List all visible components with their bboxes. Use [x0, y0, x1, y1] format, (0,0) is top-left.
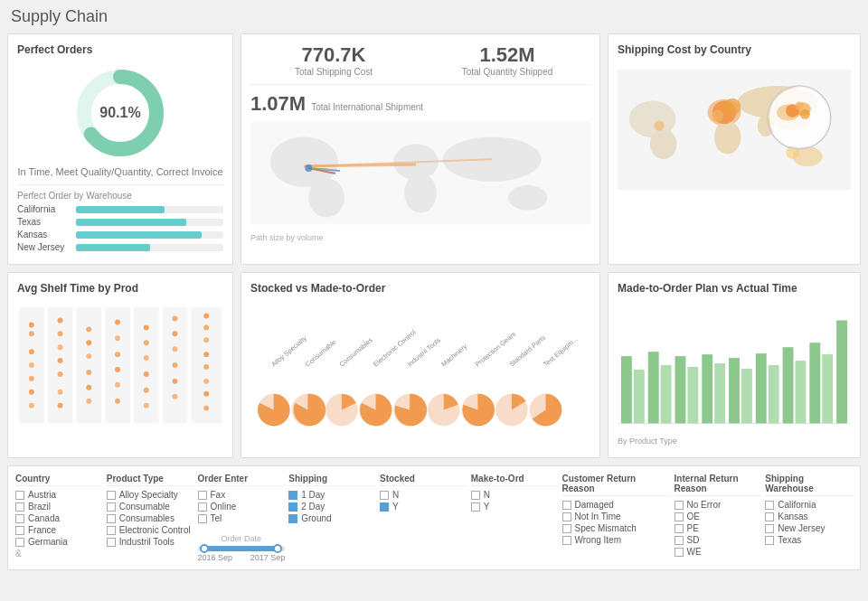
filter-group-shipping-warehouse: Shipping Warehouse California Kansas New… [765, 474, 853, 562]
checkbox-germania[interactable] [15, 538, 24, 547]
filter-item-consumable[interactable]: Consumable [107, 502, 194, 512]
filter-item-sd[interactable]: SD [675, 535, 762, 545]
checkbox-electronic[interactable] [107, 526, 116, 535]
filter-item-canada[interactable]: Canada [15, 513, 103, 523]
checkbox-spec-mismatch[interactable] [562, 524, 571, 533]
checkbox-we[interactable] [675, 548, 684, 557]
world-choropleth-svg [618, 63, 851, 190]
checkbox-sd[interactable] [675, 536, 684, 545]
filter-item-spec-mismatch[interactable]: Spec Mismatch [562, 523, 671, 533]
filter-item-alloy[interactable]: Alloy Specialty [107, 490, 194, 500]
checkbox-stocked-n[interactable] [380, 491, 389, 500]
filter-item-ground[interactable]: Ground [288, 513, 376, 523]
mto-bar-chart [618, 302, 851, 433]
checkbox-alloy[interactable] [107, 491, 116, 500]
label-france: France [28, 525, 56, 535]
checkbox-fax[interactable] [198, 491, 207, 500]
filter-item-not-in-time[interactable]: Not In Time [562, 512, 671, 521]
filter-item-sw-texas[interactable]: Texas [765, 535, 853, 545]
svg-point-64 [86, 399, 91, 404]
filter-item-industril[interactable]: Industril Tools [107, 537, 194, 547]
filter-item-damaged[interactable]: Damaged [562, 500, 671, 510]
svg-point-79 [172, 346, 177, 352]
stat-total-qty-shipped: 1.52M Total Quantity Shipped [424, 43, 590, 77]
page: Supply Chain Perfect Orders 90.1% In Tim… [0, 0, 868, 601]
filter-item-no-error[interactable]: No Error [675, 500, 762, 510]
filter-item-we[interactable]: WE [675, 547, 762, 557]
filter-item-1day[interactable]: 1 Day [288, 490, 376, 500]
label-no-error: No Error [687, 500, 722, 510]
svg-point-37 [795, 101, 803, 109]
dashboard-grid: Perfect Orders 90.1% In Time, Meet Quali… [7, 33, 861, 458]
svg-point-5 [308, 178, 344, 218]
slider-thumb-right[interactable] [273, 544, 282, 553]
checkbox-sw-kansas[interactable] [765, 512, 774, 521]
filter-item-electronic[interactable]: Electronic Control [107, 525, 194, 535]
filter-item-oe[interactable]: OE [675, 512, 762, 521]
checkbox-france[interactable] [15, 526, 24, 535]
svg-point-77 [172, 316, 177, 322]
checkbox-tel[interactable] [198, 514, 207, 523]
mto-plan-vs-actual-card: Made-to-Order Plan vs Actual Time [608, 272, 861, 458]
filter-item-france[interactable]: France [15, 525, 103, 535]
checkbox-oe[interactable] [675, 512, 684, 521]
checkbox-wrong-item[interactable] [562, 536, 571, 545]
filter-item-stocked-n[interactable]: N [380, 490, 467, 500]
stocked-vs-mto-card: Stocked vs Made-to-Order Alloy Specialty… [241, 272, 600, 458]
svg-point-59 [86, 326, 91, 332]
warehouse-bar-texas [76, 219, 186, 226]
checkbox-not-in-time[interactable] [562, 512, 571, 521]
checkbox-austria[interactable] [15, 491, 24, 500]
filter-item-2day[interactable]: 2 Day [288, 502, 376, 512]
filter-item-pe[interactable]: PE [675, 523, 762, 533]
checkbox-2day[interactable] [288, 502, 297, 512]
checkbox-sw-texas[interactable] [765, 536, 774, 545]
checkbox-consumable[interactable] [107, 502, 116, 512]
date-slider-track[interactable] [198, 546, 286, 551]
filter-item-germania[interactable]: Germania [15, 537, 103, 547]
svg-point-88 [203, 379, 209, 384]
filter-item-consumables[interactable]: Consumables [107, 513, 194, 523]
svg-point-7 [404, 174, 437, 213]
donut-label: In Time, Meet Quality/Quantity, Correct … [17, 166, 222, 177]
filter-group-customer-return: Customer Return Reason Damaged Not In Ti… [562, 474, 671, 562]
checkbox-brazil[interactable] [15, 502, 24, 512]
filter-item-online[interactable]: Online [198, 502, 286, 512]
checkbox-pe[interactable] [675, 524, 684, 533]
svg-rect-121 [783, 347, 794, 423]
label-austria: Austria [28, 490, 56, 500]
svg-rect-114 [687, 367, 698, 424]
checkbox-online[interactable] [198, 502, 207, 512]
svg-point-70 [115, 399, 120, 404]
checkbox-industril[interactable] [107, 538, 116, 547]
filter-item-sw-kansas[interactable]: Kansas [765, 512, 853, 521]
filter-item-fax[interactable]: Fax [198, 490, 286, 500]
filter-item-mto-y[interactable]: Y [471, 502, 559, 512]
label-alloy: Alloy Specialty [119, 490, 178, 500]
checkbox-sw-newjersey[interactable] [765, 524, 774, 533]
filter-item-tel[interactable]: Tel [198, 513, 286, 523]
checkbox-stocked-y[interactable] [380, 502, 389, 512]
svg-point-55 [58, 358, 63, 363]
filter-item-sw-newjersey[interactable]: New Jersey [765, 523, 853, 533]
filter-item-stocked-y[interactable]: Y [380, 502, 467, 512]
filter-item-brazil[interactable]: Brazil [15, 502, 103, 512]
checkbox-damaged[interactable] [562, 501, 571, 510]
checkbox-sw-california[interactable] [765, 501, 774, 510]
checkbox-1day[interactable] [288, 491, 297, 500]
filter-item-sw-california[interactable]: California [765, 500, 853, 510]
label-we: WE [687, 547, 702, 557]
filter-item-wrong-item[interactable]: Wrong Item [562, 535, 671, 545]
checkbox-canada[interactable] [15, 514, 24, 523]
filter-item-mto-n[interactable]: N [471, 490, 559, 500]
path-size-label: Path size by volume [250, 233, 590, 242]
svg-point-9 [508, 185, 548, 211]
checkbox-mto-y[interactable] [471, 502, 480, 512]
checkbox-no-error[interactable] [675, 501, 684, 510]
checkbox-ground[interactable] [288, 514, 297, 523]
slider-thumb-left[interactable] [200, 544, 209, 553]
checkbox-consumables[interactable] [107, 514, 116, 523]
filter-item-austria[interactable]: Austria [15, 490, 103, 500]
checkbox-mto-n[interactable] [471, 491, 480, 500]
svg-point-67 [115, 352, 120, 357]
